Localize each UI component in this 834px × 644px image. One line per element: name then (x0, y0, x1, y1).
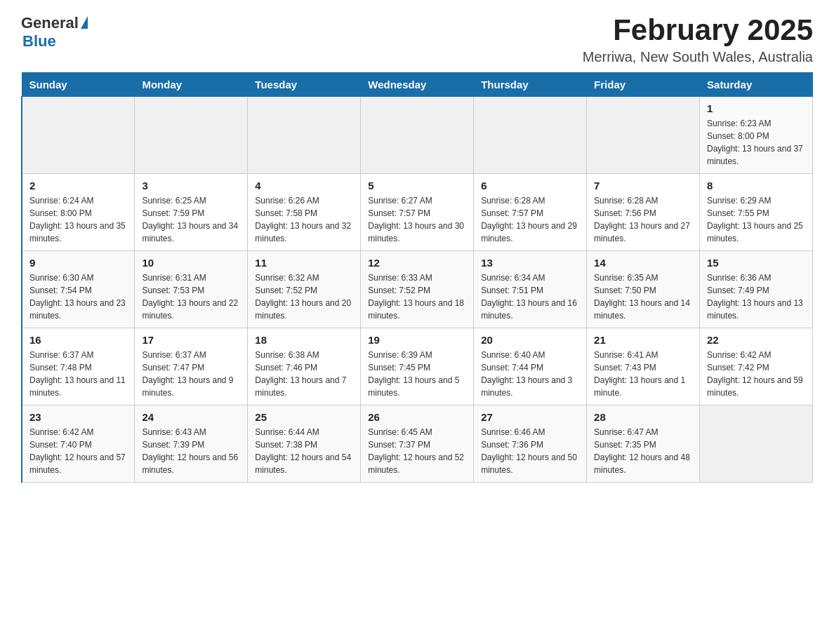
calendar-table: SundayMondayTuesdayWednesdayThursdayFrid… (21, 72, 813, 483)
day-info: Sunrise: 6:47 AMSunset: 7:35 PMDaylight:… (594, 426, 692, 476)
calendar-cell: 19Sunrise: 6:39 AMSunset: 7:45 PMDayligh… (361, 328, 474, 405)
calendar-header: SundayMondayTuesdayWednesdayThursdayFrid… (22, 73, 813, 97)
calendar-cell (474, 97, 587, 174)
day-number: 7 (594, 180, 692, 192)
calendar-cell: 10Sunrise: 6:31 AMSunset: 7:53 PMDayligh… (135, 251, 248, 328)
day-info: Sunrise: 6:32 AMSunset: 7:52 PMDaylight:… (255, 271, 353, 322)
calendar-cell: 2Sunrise: 6:24 AMSunset: 8:00 PMDaylight… (22, 174, 135, 251)
day-info: Sunrise: 6:44 AMSunset: 7:38 PMDaylight:… (255, 426, 353, 476)
calendar-cell (22, 97, 135, 174)
day-number: 26 (368, 411, 466, 423)
day-number: 28 (594, 411, 692, 423)
day-number: 22 (707, 334, 805, 346)
calendar-cell: 18Sunrise: 6:38 AMSunset: 7:46 PMDayligh… (248, 328, 361, 405)
week-row-2: 2Sunrise: 6:24 AMSunset: 8:00 PMDaylight… (22, 174, 813, 251)
calendar-cell (587, 97, 700, 174)
day-number: 17 (142, 334, 240, 346)
day-number: 6 (481, 180, 579, 192)
calendar-cell: 17Sunrise: 6:37 AMSunset: 7:47 PMDayligh… (135, 328, 248, 405)
calendar-cell (135, 97, 248, 174)
calendar-cell: 15Sunrise: 6:36 AMSunset: 7:49 PMDayligh… (700, 251, 813, 328)
day-number: 14 (594, 257, 692, 269)
calendar-cell: 26Sunrise: 6:45 AMSunset: 7:37 PMDayligh… (361, 405, 474, 483)
day-info: Sunrise: 6:37 AMSunset: 7:48 PMDaylight:… (29, 349, 127, 399)
day-info: Sunrise: 6:40 AMSunset: 7:44 PMDaylight:… (481, 349, 579, 399)
day-info: Sunrise: 6:41 AMSunset: 7:43 PMDaylight:… (594, 349, 692, 399)
calendar-cell: 13Sunrise: 6:34 AMSunset: 7:51 PMDayligh… (474, 251, 587, 328)
day-number: 10 (142, 257, 240, 269)
day-number: 21 (594, 334, 692, 346)
day-number: 1 (707, 102, 805, 114)
calendar-cell: 12Sunrise: 6:33 AMSunset: 7:52 PMDayligh… (361, 251, 474, 328)
day-info: Sunrise: 6:36 AMSunset: 7:49 PMDaylight:… (707, 271, 805, 322)
day-info: Sunrise: 6:34 AMSunset: 7:51 PMDaylight:… (481, 271, 579, 322)
day-info: Sunrise: 6:29 AMSunset: 7:55 PMDaylight:… (707, 194, 805, 245)
day-info: Sunrise: 6:35 AMSunset: 7:50 PMDaylight:… (594, 271, 692, 322)
day-info: Sunrise: 6:28 AMSunset: 7:57 PMDaylight:… (481, 194, 579, 245)
calendar-cell: 27Sunrise: 6:46 AMSunset: 7:36 PMDayligh… (474, 405, 587, 483)
day-header-sunday: Sunday (22, 73, 135, 97)
header-row: SundayMondayTuesdayWednesdayThursdayFrid… (22, 73, 813, 97)
day-number: 18 (255, 334, 353, 346)
page-subtitle: Merriwa, New South Wales, Australia (583, 49, 813, 65)
day-info: Sunrise: 6:24 AMSunset: 8:00 PMDaylight:… (29, 194, 127, 245)
day-number: 19 (368, 334, 466, 346)
day-info: Sunrise: 6:25 AMSunset: 7:59 PMDaylight:… (142, 194, 240, 245)
day-number: 24 (142, 411, 240, 423)
day-number: 11 (255, 257, 353, 269)
day-number: 23 (29, 411, 127, 423)
day-info: Sunrise: 6:37 AMSunset: 7:47 PMDaylight:… (142, 349, 240, 399)
day-header-tuesday: Tuesday (248, 73, 361, 97)
calendar-cell: 3Sunrise: 6:25 AMSunset: 7:59 PMDaylight… (135, 174, 248, 251)
title-block: February 2025 Merriwa, New South Wales, … (583, 14, 813, 65)
logo-general-text: General (21, 14, 79, 32)
calendar-cell: 28Sunrise: 6:47 AMSunset: 7:35 PMDayligh… (587, 405, 700, 483)
day-number: 13 (481, 257, 579, 269)
day-info: Sunrise: 6:23 AMSunset: 8:00 PMDaylight:… (707, 117, 805, 168)
week-row-5: 23Sunrise: 6:42 AMSunset: 7:40 PMDayligh… (22, 405, 813, 483)
calendar-cell: 14Sunrise: 6:35 AMSunset: 7:50 PMDayligh… (587, 251, 700, 328)
calendar-cell: 21Sunrise: 6:41 AMSunset: 7:43 PMDayligh… (587, 328, 700, 405)
calendar-cell: 6Sunrise: 6:28 AMSunset: 7:57 PMDaylight… (474, 174, 587, 251)
day-number: 20 (481, 334, 579, 346)
calendar-cell: 1Sunrise: 6:23 AMSunset: 8:00 PMDaylight… (700, 97, 813, 174)
calendar-cell: 8Sunrise: 6:29 AMSunset: 7:55 PMDaylight… (700, 174, 813, 251)
calendar-cell: 9Sunrise: 6:30 AMSunset: 7:54 PMDaylight… (22, 251, 135, 328)
day-info: Sunrise: 6:42 AMSunset: 7:40 PMDaylight:… (29, 426, 127, 476)
day-info: Sunrise: 6:30 AMSunset: 7:54 PMDaylight:… (29, 271, 127, 322)
day-number: 5 (368, 180, 466, 192)
calendar-cell: 4Sunrise: 6:26 AMSunset: 7:58 PMDaylight… (248, 174, 361, 251)
day-info: Sunrise: 6:27 AMSunset: 7:57 PMDaylight:… (368, 194, 466, 245)
day-number: 25 (255, 411, 353, 423)
page-header: General Blue February 2025 Merriwa, New … (21, 14, 813, 65)
day-info: Sunrise: 6:38 AMSunset: 7:46 PMDaylight:… (255, 349, 353, 399)
calendar-body: 1Sunrise: 6:23 AMSunset: 8:00 PMDaylight… (22, 97, 813, 483)
day-header-thursday: Thursday (474, 73, 587, 97)
day-number: 4 (255, 180, 353, 192)
calendar-cell: 7Sunrise: 6:28 AMSunset: 7:56 PMDaylight… (587, 174, 700, 251)
calendar-cell: 11Sunrise: 6:32 AMSunset: 7:52 PMDayligh… (248, 251, 361, 328)
day-header-wednesday: Wednesday (361, 73, 474, 97)
calendar-cell: 5Sunrise: 6:27 AMSunset: 7:57 PMDaylight… (361, 174, 474, 251)
day-info: Sunrise: 6:31 AMSunset: 7:53 PMDaylight:… (142, 271, 240, 322)
day-info: Sunrise: 6:26 AMSunset: 7:58 PMDaylight:… (255, 194, 353, 245)
page-title: February 2025 (583, 14, 813, 46)
day-info: Sunrise: 6:43 AMSunset: 7:39 PMDaylight:… (142, 426, 240, 476)
week-row-4: 16Sunrise: 6:37 AMSunset: 7:48 PMDayligh… (22, 328, 813, 405)
calendar-cell: 20Sunrise: 6:40 AMSunset: 7:44 PMDayligh… (474, 328, 587, 405)
day-info: Sunrise: 6:28 AMSunset: 7:56 PMDaylight:… (594, 194, 692, 245)
week-row-1: 1Sunrise: 6:23 AMSunset: 8:00 PMDaylight… (22, 97, 813, 174)
day-number: 9 (29, 257, 127, 269)
day-number: 15 (707, 257, 805, 269)
calendar-cell: 23Sunrise: 6:42 AMSunset: 7:40 PMDayligh… (22, 405, 135, 483)
day-info: Sunrise: 6:39 AMSunset: 7:45 PMDaylight:… (368, 349, 466, 399)
calendar-cell: 24Sunrise: 6:43 AMSunset: 7:39 PMDayligh… (135, 405, 248, 483)
day-number: 2 (29, 180, 127, 192)
calendar-cell (361, 97, 474, 174)
calendar-cell: 16Sunrise: 6:37 AMSunset: 7:48 PMDayligh… (22, 328, 135, 405)
calendar-cell: 25Sunrise: 6:44 AMSunset: 7:38 PMDayligh… (248, 405, 361, 483)
logo: General Blue (21, 14, 88, 51)
day-info: Sunrise: 6:46 AMSunset: 7:36 PMDaylight:… (481, 426, 579, 476)
day-info: Sunrise: 6:33 AMSunset: 7:52 PMDaylight:… (368, 271, 466, 322)
day-number: 12 (368, 257, 466, 269)
